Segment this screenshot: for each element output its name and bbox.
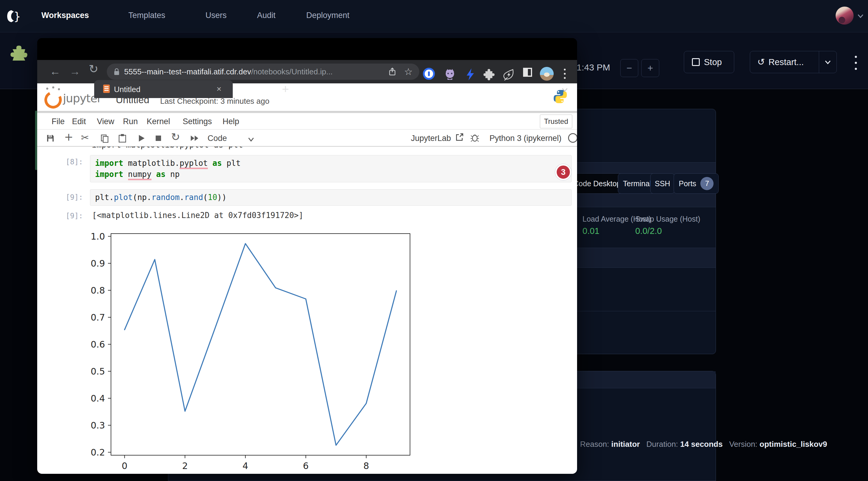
menu-kernel[interactable]: Kernel [147,117,170,126]
menu-view[interactable]: View [97,117,114,126]
browser-menu-kebab-icon[interactable] [564,68,567,80]
increase-button[interactable]: + [641,59,659,77]
extensions-puzzle-icon[interactable] [484,68,496,81]
share-icon[interactable] [389,67,396,76]
app-logo-icon[interactable]: } [5,8,21,25]
menu-help[interactable]: Help [222,117,239,126]
svg-text:0.9: 0.9 [91,258,105,269]
app-button-ports[interactable]: Ports 7 [674,173,719,194]
jupyter-logo-icon [42,89,64,111]
jupyter-page: jupyter Untitled Last Checkpoint: 3 minu… [37,83,577,474]
svg-text:4: 4 [243,460,248,471]
notebook-favicon-icon [103,85,110,93]
url-path: /notebooks/Untitled.ip... [251,67,333,76]
jupyter-logo-dots [46,88,60,90]
restart-options-chevron-icon[interactable] [824,58,832,66]
copy-cell-icon[interactable] [100,134,109,143]
browser-profile-avatar[interactable] [540,67,554,81]
restart-label: Restart... [768,57,804,67]
menu-run[interactable]: Run [123,117,138,126]
cut-cell-icon[interactable]: ✂ [81,133,90,142]
side-panel-icon[interactable] [523,68,532,77]
nav-item-templates[interactable]: Templates [128,11,165,20]
svg-text:0.2: 0.2 [91,447,105,458]
cell-type-select[interactable]: Code [208,134,227,143]
code-line: import matplotlib.pyplot as plt [95,158,566,169]
external-link-icon[interactable] [455,133,464,141]
bookmark-star-icon[interactable]: ☆ [404,66,413,77]
url-host: 5555--main--test--matifali.atif.cdr.dev [124,67,251,76]
nav-item-audit[interactable]: Audit [257,11,276,20]
clipped-code-line[interactable]: import matplotlib.pyplot as plt [90,147,540,150]
run-all-cells-icon[interactable] [190,134,199,143]
onepassword-extension-icon[interactable] [423,68,435,80]
restart-kernel-icon[interactable]: ↻ [171,133,180,141]
svg-text:1.0: 1.0 [91,231,105,242]
version-label: Version: [729,440,757,449]
menu-settings[interactable]: Settings [183,117,212,126]
output-prompt: [9]: [66,212,83,220]
svg-text:6: 6 [303,460,309,471]
button-divider [819,51,819,73]
duration-value: 14 seconds [680,440,723,449]
energy-saver-icon[interactable] [503,68,515,81]
tab-search-chevron-icon[interactable] [561,86,569,94]
tab-close-icon[interactable]: × [217,84,221,94]
trusted-button[interactable]: Trusted [540,115,572,128]
debugger-bug-icon[interactable] [470,133,479,142]
svg-text:0.8: 0.8 [91,285,105,296]
active-accent-bar [35,111,37,170]
code-line: plt.plot(np.random.rand(10)) [95,192,566,203]
browser-window: Untitled × + ← → ↻ 5555--main--test--mat… [37,38,577,474]
header-divider [37,111,577,113]
chevron-down-icon[interactable] [857,12,864,20]
cell-type-chevron-icon[interactable] [247,136,255,143]
metric-value-swap: 0.0/2.0 [635,226,662,236]
jupyterlab-link[interactable]: JupyterLab [411,134,451,143]
decrease-button[interactable]: − [620,59,638,77]
kernel-name[interactable]: Python 3 (ipykernel) [490,134,561,143]
workspace-time: 11:43 PM [572,62,610,72]
notification-count-badge[interactable]: 3 [555,164,571,180]
screen: } Workspaces Templates Users Audit Deplo… [0,0,868,481]
build-info-line: Reason: initiator Duration: 14 seconds V… [580,440,827,449]
menu-edit[interactable]: Edit [72,117,86,126]
nav-item-workspaces[interactable]: Workspaces [41,11,89,20]
restart-icon: ↺ [757,58,765,67]
metric-label-swap: Swap Usage (Host) [635,215,700,223]
svg-text:0.6: 0.6 [91,339,105,350]
lightning-extension-icon[interactable] [464,68,476,81]
duration-label: Duration: [646,440,678,449]
browser-tab[interactable]: Untitled × [94,80,233,98]
interrupt-kernel-icon[interactable] [154,134,163,143]
more-options-kebab-icon[interactable] [852,54,860,72]
forward-button[interactable]: → [70,65,81,78]
save-icon[interactable] [46,134,55,143]
nav-item-users[interactable]: Users [206,11,227,20]
back-button[interactable]: ← [50,65,61,78]
run-cell-icon[interactable] [137,134,146,143]
stop-button[interactable]: Stop [684,51,734,73]
code-cell-9[interactable]: plt.plot(np.random.rand(10)) [90,189,572,206]
code-cell-8[interactable]: import matplotlib.pyplot as plt import n… [90,155,572,182]
add-cell-icon[interactable]: + [64,133,73,141]
output-repr-text: [<matplotlib.lines.Line2D at 0x7fd03f191… [92,211,303,220]
svg-text:0.7: 0.7 [91,312,105,323]
menu-file[interactable]: File [52,117,65,126]
stop-label: Stop [704,57,722,67]
restart-button[interactable]: ↺ Restart... [750,51,837,73]
github-extension-icon[interactable] [443,68,457,81]
ports-count-badge: 7 [700,177,714,190]
ports-label: Ports [679,179,696,188]
nav-item-deployment[interactable]: Deployment [306,11,349,20]
address-bar[interactable]: 5555--main--test--matifali.atif.cdr.dev … [107,64,419,80]
new-tab-button[interactable]: + [282,84,289,94]
svg-text:0.3: 0.3 [91,420,105,430]
reload-button[interactable]: ↻ [89,64,98,73]
extension-puzzle-icon[interactable] [9,43,29,61]
metric-value-load: 0.01 [583,226,599,236]
app-button-ssh[interactable]: SSH [650,173,675,194]
code-line: import numpy as np [95,169,566,180]
user-avatar[interactable] [836,7,854,25]
paste-cell-icon[interactable] [118,134,127,143]
